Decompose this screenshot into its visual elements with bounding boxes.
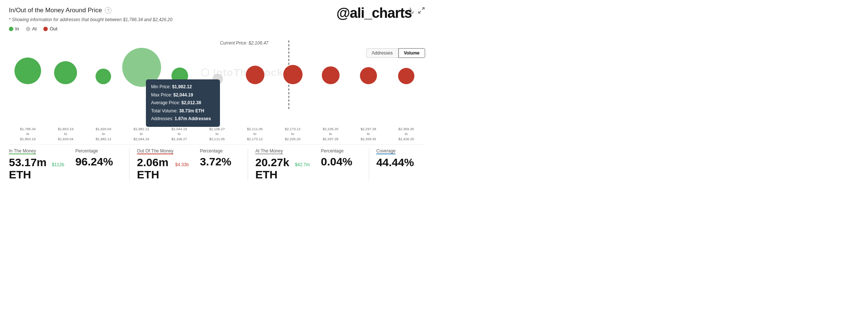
divider-1 bbox=[129, 148, 130, 181]
xlabel-1: $1,853.19to$1,920.04 bbox=[47, 126, 84, 141]
divider-3 bbox=[369, 148, 369, 181]
help-icon[interactable]: ? bbox=[105, 7, 111, 14]
xlabel-8: $2,235.20to$2,297.28 bbox=[312, 126, 350, 141]
bubble-col-1 bbox=[47, 51, 84, 84]
bubble-tooltip: Min Price: $1,982.12 Max Price: $2,044.1… bbox=[146, 79, 220, 127]
xlabel-2: $1,920.04to$1,982.12 bbox=[84, 126, 122, 141]
xlabel-9: $2,297.28to$2,359.35 bbox=[350, 126, 387, 141]
bubble-6 bbox=[246, 66, 264, 84]
stat-out-value: 2.06m ETH bbox=[137, 156, 173, 181]
stat-in-sub: $112b bbox=[52, 162, 64, 167]
stat-at-label: At The Money bbox=[255, 148, 310, 155]
legend-out-label: Out bbox=[50, 26, 57, 32]
bubble-col-2 bbox=[84, 51, 122, 84]
svg-line-2 bbox=[419, 11, 421, 13]
tooltip-avg: Average Price: $2,012.38 bbox=[151, 99, 215, 107]
xlabel-6: $2,111.05to$2,173.12 bbox=[236, 126, 274, 141]
stats-section: In The Money 53.17m ETH $112b Percentage… bbox=[9, 144, 425, 181]
bubble-10 bbox=[398, 68, 414, 84]
legend-at: At bbox=[26, 26, 37, 32]
stat-out-pct-group: Percentage 3.72% bbox=[200, 148, 240, 181]
stat-in-label: In The Money bbox=[9, 148, 64, 155]
stat-at-sub: $42.7m bbox=[295, 162, 310, 167]
stat-at-pct: 0.04% bbox=[321, 155, 352, 168]
page-title: In/Out of the Money Around Price bbox=[9, 7, 102, 14]
stat-out-label: Out Of The Money bbox=[137, 148, 189, 155]
xlabel-3: $1,982.12to$2,044.19 bbox=[123, 126, 160, 141]
bubble-7 bbox=[283, 65, 303, 84]
current-price-label: Current Price: $2,106.47 bbox=[220, 40, 268, 46]
bubble-col-10 bbox=[387, 51, 425, 84]
legend-at-label: At bbox=[32, 26, 37, 32]
bubble-0 bbox=[14, 57, 41, 84]
divider-2 bbox=[248, 148, 248, 181]
stat-at-pct-group: Percentage 0.04% bbox=[321, 148, 361, 181]
stat-in-the-money: In The Money 53.17m ETH $112b bbox=[9, 148, 75, 181]
expand-icon[interactable] bbox=[418, 7, 425, 14]
bubble-9 bbox=[360, 67, 377, 84]
chart-area: Current Price: $2,106.47 ⬡ IntoTheBlock bbox=[9, 37, 425, 126]
legend-in-dot bbox=[9, 27, 13, 31]
stat-at-pct-label: Percentage bbox=[321, 148, 352, 155]
bubble-col-0 bbox=[9, 51, 47, 84]
stat-in-pct-group: Percentage 96.24% bbox=[75, 148, 122, 181]
xlabel-5: $2,106.27to$2,111.05 bbox=[198, 126, 236, 141]
xlabel-7: $2,173.12to$2,235.20 bbox=[274, 126, 311, 141]
bubble-col-7 bbox=[274, 51, 312, 84]
bubble-col-4 bbox=[161, 51, 199, 84]
legend-out-dot bbox=[43, 27, 48, 31]
svg-line-1 bbox=[422, 8, 424, 10]
stat-at-value: 20.27k ETH bbox=[255, 156, 293, 181]
bubble-2 bbox=[96, 69, 111, 84]
bubble-col-6 bbox=[237, 51, 274, 84]
tooltip-volume: Total Volume: 38.73m ETH bbox=[151, 107, 215, 115]
xlabel-10: $2,359.35to$2,426.20 bbox=[387, 126, 425, 141]
tooltip-min: Min Price: $1,982.12 bbox=[151, 83, 215, 91]
bubble-8 bbox=[322, 66, 340, 84]
bubble-1 bbox=[54, 61, 77, 84]
stat-in-pct-label: Percentage bbox=[75, 148, 113, 155]
bubble-col-5 bbox=[199, 51, 237, 84]
stat-coverage: Coverage 44.44% bbox=[376, 148, 425, 181]
stat-out-pct: 3.72% bbox=[200, 155, 231, 168]
stat-out-the-money: Out Of The Money 2.06m ETH $4.33b bbox=[137, 148, 200, 181]
tooltip-max: Max Price: $2,044.19 bbox=[151, 91, 215, 99]
bubble-col-9 bbox=[350, 51, 387, 84]
xlabel-4: $2,044.19to$2,106.27 bbox=[160, 126, 198, 141]
stat-out-pct-label: Percentage bbox=[200, 148, 231, 155]
bubble-col-8 bbox=[312, 51, 350, 84]
tooltip-addresses: Addresses: 1.67m Addresses bbox=[151, 115, 215, 123]
stat-coverage-pct: 44.44% bbox=[376, 156, 414, 168]
stat-out-sub: $4.33b bbox=[175, 162, 189, 167]
stat-in-pct: 96.24% bbox=[75, 155, 113, 168]
stat-at-the-money: At The Money 20.27k ETH $42.7m bbox=[255, 148, 321, 181]
stat-in-value: 53.17m ETH bbox=[9, 156, 50, 181]
xaxis-row: $1,786.34to$1,853.19 $1,853.19to$1,920.0… bbox=[9, 126, 425, 141]
xlabel-0: $1,786.34to$1,853.19 bbox=[9, 126, 47, 141]
watermark: @ali_charts bbox=[337, 5, 412, 21]
legend-in: In bbox=[9, 26, 19, 32]
legend-in-label: In bbox=[15, 26, 19, 32]
legend-at-dot bbox=[26, 27, 30, 31]
stat-coverage-label: Coverage bbox=[376, 148, 414, 155]
legend-out: Out bbox=[43, 26, 57, 32]
legend: In At Out bbox=[9, 26, 425, 32]
